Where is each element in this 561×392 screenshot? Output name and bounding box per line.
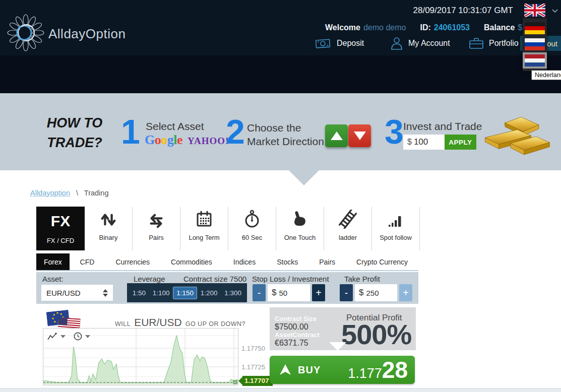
language-option-netherlands-flag[interactable]	[523, 52, 547, 69]
buy-button[interactable]: BUY 1.17728	[270, 356, 415, 384]
main-nav: TRADING MARKET REVIEW EDUCATION ARTICLES…	[0, 55, 561, 93]
person-icon	[390, 36, 403, 50]
top-header: AlldayOption 28/09/2017 10:31:07 GMT Wel…	[0, 0, 561, 55]
tab-long-term[interactable]: Long Term	[180, 207, 228, 250]
asset-class-tabs: Forex CFD Currencies Commodities Indices…	[36, 253, 418, 271]
my-account-button[interactable]: My Account	[390, 35, 450, 51]
money-icon	[315, 37, 332, 50]
subtab-commodities[interactable]: Commodities	[160, 253, 223, 270]
leverage-1-50[interactable]: 1:50	[130, 287, 149, 299]
asset-contract-title: AssetContract	[275, 331, 320, 339]
up-arrow-icon	[331, 132, 343, 140]
asset-contract-value: €6371.75	[275, 339, 308, 348]
tab-ladder[interactable]: ladder	[324, 207, 372, 250]
stop-loss-plus-button[interactable]: +	[312, 284, 325, 301]
asset-logos: Google YAHOO!	[145, 133, 229, 148]
y-axis-label-2: 1.17725	[241, 363, 265, 371]
portfolio-label: Portfolio	[489, 39, 519, 48]
y-axis-label-1: 1.17750	[241, 345, 265, 352]
take-profit-minus-button[interactable]: -	[340, 284, 353, 301]
language-chevron-down-icon[interactable]	[551, 7, 558, 16]
signal-bars-icon	[372, 207, 419, 230]
call-up-button[interactable]	[325, 124, 348, 147]
chart-question: WILL EUR/USD GO UP OR DOWN?	[115, 316, 245, 329]
howto-line2: TRADE?	[39, 133, 110, 153]
select-spinner-icon	[103, 289, 108, 297]
timeframe-clock-icon[interactable]	[74, 332, 82, 341]
trade-controls-bar: Asset: EUR/USD Leverage 1:50 1:100 1:150…	[36, 272, 418, 304]
subtab-stocks[interactable]: Stocks	[266, 253, 308, 270]
language-selector-uk-flag[interactable]	[524, 4, 545, 19]
stop-loss-input[interactable]	[279, 289, 306, 297]
buy-price: 1.17728	[348, 356, 408, 383]
leverage-1-150[interactable]: 1:150	[173, 287, 197, 299]
take-profit-input[interactable]	[366, 289, 394, 297]
step2-title: Choose the Market Direction	[247, 121, 324, 149]
step2-number: 2	[226, 114, 245, 149]
deposit-button[interactable]: Deposit	[315, 35, 364, 51]
chart-toolbar	[47, 332, 95, 341]
language-option-russia-flag[interactable]	[523, 36, 547, 52]
subtab-cfd[interactable]: CFD	[70, 253, 105, 270]
datetime: 28/09/2017 10:31:07 GMT	[413, 6, 513, 16]
leverage-label: Leverage	[134, 275, 165, 283]
gold-bars-image	[476, 113, 554, 163]
breadcrumb-home-link[interactable]: Alldayoption	[30, 189, 70, 197]
leverage-1-200[interactable]: 1:200	[198, 287, 221, 299]
touch-hand-icon	[276, 207, 324, 230]
timeframe-caret-icon[interactable]	[85, 335, 90, 338]
contract-size-title: Contract Size	[275, 315, 317, 322]
down-arrow-icon	[354, 132, 366, 140]
stop-loss-minus-button[interactable]: -	[253, 284, 266, 301]
take-profit-label: Take Profit	[344, 275, 380, 283]
tab-pairs[interactable]: Pairs	[133, 207, 180, 250]
question-prefix: WILL	[115, 320, 131, 328]
welcome-row: Welcome demo demo ID: 24061053 Balance $…	[325, 23, 547, 32]
subtab-pairs[interactable]: Pairs	[308, 253, 346, 270]
trade-type-tabs: FX FX / CFD Binary Pairs	[36, 207, 420, 250]
leverage-options: 1:50 1:100 1:150 1:200 1:300	[127, 283, 247, 302]
chart-type-icon[interactable]	[47, 333, 57, 341]
calendar-icon	[180, 207, 228, 230]
apply-button[interactable]: APPLY	[445, 135, 476, 150]
tab-spot-follow[interactable]: Spot follow	[372, 207, 420, 250]
take-profit-plus-button[interactable]: +	[399, 284, 412, 301]
put-down-button[interactable]	[348, 124, 371, 147]
briefcase-icon	[469, 37, 484, 50]
tab-one-touch[interactable]: One Touch	[276, 207, 324, 250]
username[interactable]: demo demo	[363, 23, 406, 32]
asset-label: Asset:	[42, 275, 64, 283]
logo-text: AlldayOption	[48, 26, 126, 42]
invest-amount-input[interactable]	[414, 137, 440, 147]
tab-binary[interactable]: Binary	[85, 207, 133, 250]
footer-strip	[0, 388, 561, 392]
tab-60-sec[interactable]: 60 Sec	[228, 207, 276, 250]
id-value: 24061053	[434, 23, 470, 32]
contract-size-label: Contract size 7500	[183, 275, 246, 283]
chart-type-caret-icon[interactable]	[60, 335, 66, 338]
logo[interactable]: AlldayOption	[7, 14, 126, 53]
step1-title: Select Asset	[146, 119, 204, 133]
stop-loss-currency: $	[272, 288, 276, 298]
panel-pointer	[329, 342, 346, 351]
subtab-crypto-currency[interactable]: Crypto Currency	[346, 253, 418, 270]
language-option-germany-flag[interactable]	[523, 20, 547, 36]
tab-fx-cfd[interactable]: FX FX / CFD	[36, 207, 85, 250]
subtab-forex[interactable]: Forex	[36, 253, 70, 270]
logo-sun-icon	[7, 14, 44, 53]
asset-select[interactable]: EUR/USD	[41, 285, 113, 301]
subtab-indices[interactable]: Indices	[223, 253, 266, 270]
language-tooltip: Nederland	[531, 70, 561, 80]
stopwatch-icon	[228, 207, 276, 230]
leverage-1-100[interactable]: 1:100	[150, 287, 173, 299]
howto-title: HOW TO TRADE?	[39, 113, 110, 153]
leverage-1-300[interactable]: 1:300	[221, 287, 244, 299]
howto-line1: HOW TO	[39, 113, 110, 133]
portfolio-button[interactable]: Portfolio	[469, 35, 519, 51]
step3-number: 3	[385, 114, 404, 149]
stop-loss-label: Stop Loss / Investment	[252, 275, 329, 283]
current-price-badge: 1.17707	[242, 376, 273, 386]
price-chart[interactable]	[43, 328, 238, 385]
subtab-currencies[interactable]: Currencies	[105, 253, 160, 270]
question-asset: EUR/USD	[134, 316, 182, 329]
